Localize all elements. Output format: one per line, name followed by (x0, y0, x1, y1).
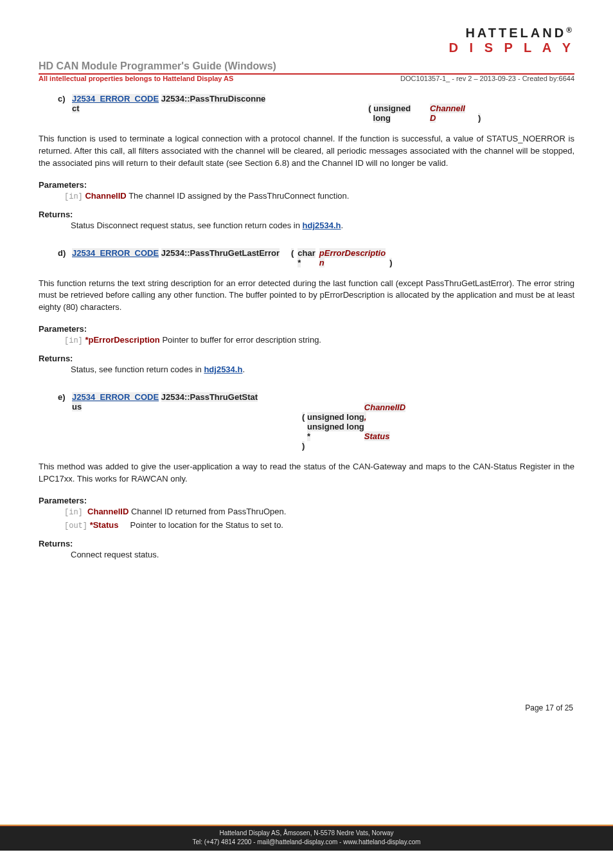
section-letter-c: c) (58, 94, 72, 104)
param-desc: The channel ID assigned by the PassThruC… (129, 191, 349, 201)
param-name-bold: ChannelID (87, 507, 129, 516)
returns-text: Status Disconnect request status, see fu… (71, 221, 303, 230)
returns-label: Returns: (39, 210, 574, 219)
param-name: pErrorDescriptio (319, 248, 386, 258)
parameters-label: Parameters: (39, 180, 574, 190)
param-type-cont: long (373, 113, 391, 123)
param-type-b: unsigned long (307, 422, 364, 431)
page-title: HD CAN Module Programmer's Guide (Window… (39, 60, 574, 72)
param-desc: Channel ID returned from PassThruOpen. (131, 507, 286, 516)
open-paren: ( (368, 104, 371, 113)
footer: Hatteland Display AS, Åmsosen, N-5578 Ne… (0, 826, 613, 851)
param-type-a: unsigned long (307, 412, 364, 422)
returns-dot: . (341, 221, 344, 230)
func-name: J2534::PassThruGetLastError (161, 248, 280, 258)
param-type-b2: * (307, 431, 310, 441)
close-paren: ) (302, 441, 305, 451)
comma: , (364, 412, 367, 422)
func-name-cont: ct (72, 104, 80, 113)
param-desc: Pointer to buffer for error description … (162, 335, 321, 345)
footer-line2: Tel: (+47) 4814 2200 - mail@hatteland-di… (0, 838, 613, 847)
param-name-bold: *Status (90, 520, 119, 530)
brand-logo: HATTELAND® D I S P L A Y (39, 26, 574, 55)
error-code-link[interactable]: J2534_ERROR_CODE (72, 248, 159, 258)
error-code-link[interactable]: J2534_ERROR_CODE (72, 392, 159, 402)
error-code-link[interactable]: J2534_ERROR_CODE (72, 94, 159, 104)
signature-d: d) J2534_ERROR_CODE J2534::PassThruGetLa… (58, 248, 574, 267)
func-name: J2534::PassThruDisconne (161, 94, 266, 104)
param-name-a: ChannelID (364, 402, 405, 412)
param-direction: [in] (64, 192, 83, 201)
param-direction: [in] (64, 508, 83, 517)
ip-notice: All intellectual properties belongs to H… (39, 75, 233, 82)
returns-text: Status, see function return codes in (71, 365, 204, 374)
signature-c: c) J2534_ERROR_CODE J2534::PassThruDisco… (58, 94, 574, 123)
returns-label: Returns: (39, 354, 574, 363)
section-letter-d: d) (58, 248, 72, 258)
page-number: Page 17 of 25 (39, 703, 574, 712)
section-d-description: This function returns the text string de… (39, 278, 574, 314)
param-desc: Pointer to location for the Status to se… (130, 520, 283, 530)
param-direction: [in] (64, 336, 83, 345)
doc-meta: DOC101357-1_ - rev 2 – 2013-09-23 - Crea… (400, 75, 574, 82)
param-type-cont: * (298, 258, 301, 267)
param-name: ChannelI (430, 104, 465, 113)
section-letter-e: e) (58, 392, 72, 402)
footer-line1: Hatteland Display AS, Åmsosen, N-5578 Ne… (0, 829, 613, 838)
param-type: char (298, 248, 315, 258)
param-name-bold: ChannelID (85, 191, 126, 201)
close-paren: ) (389, 258, 392, 267)
hdj2534-link[interactable]: hdj2534.h (204, 365, 242, 374)
section-e-description: This method was added to give the user-a… (39, 461, 574, 485)
returns-dot: . (242, 365, 245, 374)
parameters-label: Parameters: (39, 496, 574, 505)
open-paren: ( (302, 412, 305, 422)
parameters-label: Parameters: (39, 324, 574, 334)
returns-label: Returns: (39, 539, 574, 548)
param-name-cont: D (430, 113, 436, 123)
param-name-cont: n (319, 258, 324, 267)
close-paren: ) (478, 113, 481, 123)
logo-reg: ® (566, 26, 574, 35)
open-paren: ( (291, 248, 294, 258)
param-direction: [out] (64, 521, 87, 530)
param-name-b: Status (364, 431, 390, 441)
func-name-cont: us (72, 402, 82, 411)
hdj2534-link[interactable]: hdj2534.h (303, 221, 341, 230)
param-type: unsigned (373, 104, 411, 113)
logo-top: HATTELAND (465, 26, 566, 40)
section-c-description: This function is used to terminate a log… (39, 133, 574, 170)
logo-bottom: D I S P L A Y (449, 41, 574, 55)
func-name: J2534::PassThruGetStat (161, 392, 258, 402)
param-name-bold: *pErrorDescription (85, 335, 159, 345)
signature-e: e) J2534_ERROR_CODE J2534::PassThruGetSt… (58, 392, 574, 451)
returns-text: Connect request status. (71, 550, 159, 559)
